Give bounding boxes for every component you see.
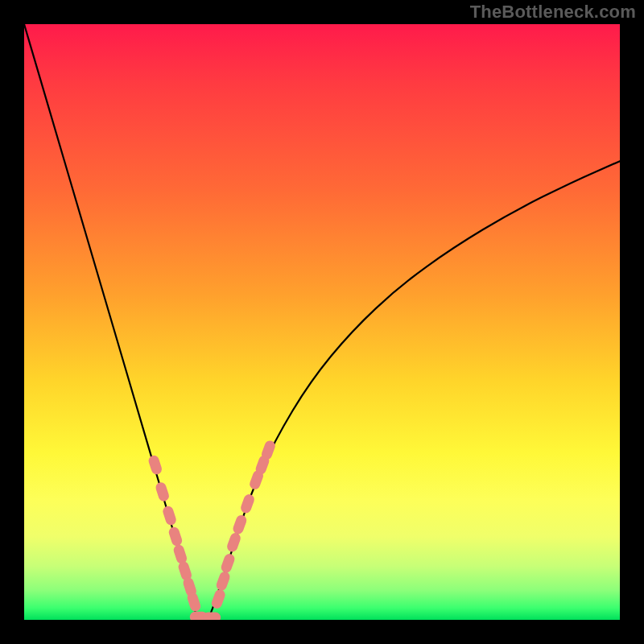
- curve-bead: [172, 543, 188, 565]
- curve-bead: [225, 531, 242, 553]
- curve-layer: [24, 24, 620, 620]
- curve-bead: [162, 505, 178, 526]
- chart-stage: TheBottleneck.com: [0, 0, 644, 644]
- curve-bead: [167, 526, 184, 547]
- curve-bead: [155, 481, 171, 502]
- curve-markers: [147, 440, 277, 620]
- curve-bead: [215, 570, 231, 592]
- bottleneck-curve: [24, 24, 620, 620]
- curve-bead: [239, 493, 255, 514]
- watermark-text: TheBottleneck.com: [470, 2, 636, 23]
- curve-bead: [232, 514, 248, 535]
- plot-area: [24, 24, 620, 620]
- curve-bead: [147, 454, 163, 476]
- curve-bead: [220, 552, 236, 574]
- curve-bead: [203, 613, 221, 620]
